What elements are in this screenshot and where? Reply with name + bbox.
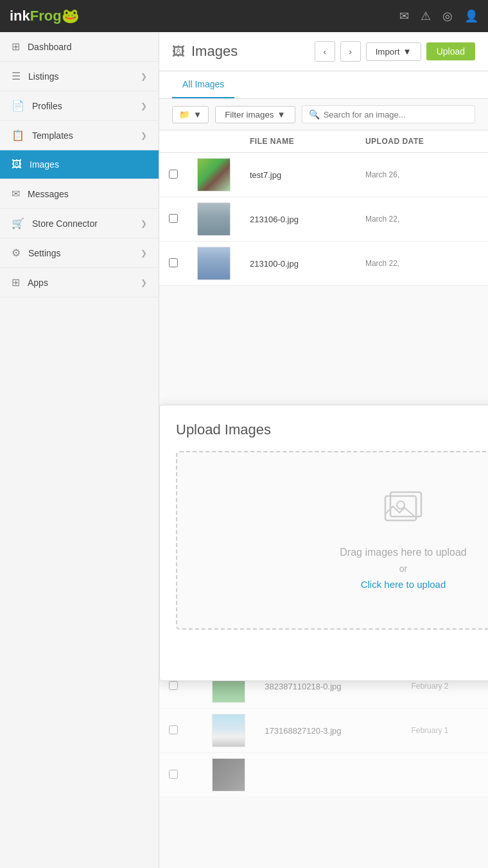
filename-cell: test7.jpg [240,153,356,197]
folder-icon: 📁 [179,110,190,120]
import-dropdown-icon: ▼ [403,47,411,57]
chevron-icon: ❯ [141,72,147,81]
search-icon: 🔍 [309,109,320,120]
folder-button[interactable]: 📁 ▼ [172,106,209,123]
chevron-icon: ❯ [141,131,147,140]
sidebar-item-listings[interactable]: ☰ Listings ❯ [0,62,159,91]
filter-dropdown-icon: ▼ [277,110,286,120]
filename-cell: 213100-0.jpg [240,242,356,286]
import-button[interactable]: Import ▼ [366,42,421,61]
row-checkbox[interactable] [169,725,178,734]
mail-icon[interactable]: ✉ [399,9,409,23]
page-title-area: 🖼 Images [172,43,238,60]
drag-text: Drag images here to upload [190,547,488,558]
filter-label: Filter images [225,110,274,120]
upload-button[interactable]: Upload [426,42,475,60]
date-cell: March 22, [356,197,488,242]
svg-point-2 [397,501,405,509]
help-icon[interactable]: ◎ [442,9,453,23]
upload-image-icon [190,491,488,534]
import-label: Import [376,47,400,57]
row-checkbox[interactable] [169,258,178,267]
sidebar-item-images[interactable]: 🖼 Images [0,150,159,179]
table-row: 213106-0.jpg March 22, [159,197,488,242]
thumbnail [197,202,231,236]
header-nav: ‹ › Import ▼ Upload [315,41,475,62]
document-icon: 📄 [12,100,24,112]
or-text: or [190,563,488,574]
sidebar-item-apps[interactable]: ⊞ Apps ❯ [0,268,159,297]
search-box[interactable]: 🔍 [302,105,475,123]
thumbnail [197,158,231,191]
logo-accent: Frog [30,8,62,24]
sidebar-label-store-connector: Store Connector [32,218,98,229]
filter-button[interactable]: Filter images ▼ [215,106,295,123]
sidebar-item-settings[interactable]: ⚙ Settings ❯ [0,238,159,268]
chevron-icon: ❯ [141,219,147,228]
row-checkbox[interactable] [169,770,178,779]
sidebar-item-templates[interactable]: 📋 Templates ❯ [0,121,159,150]
logo[interactable]: inkFrog🐸 [10,8,79,24]
next-button[interactable]: › [340,41,361,62]
sidebar-label-messages: Messages [28,189,69,199]
apps-icon: ⊞ [12,276,20,288]
list-icon: ☰ [12,70,21,82]
images-table: FILE NAME UPLOAD DATE test7.jpg March 26… [159,130,488,286]
sidebar-item-dashboard[interactable]: ⊞ Dashboard [0,32,159,62]
warning-icon[interactable]: ⚠ [421,9,431,23]
sidebar-label-images: Images [30,159,59,170]
sidebar-label-listings: Listings [28,71,58,82]
topnav-icons: ✉ ⚠ ◎ 👤 [399,9,478,23]
images-page-icon: 🖼 [172,44,185,59]
sidebar-item-messages[interactable]: ✉ Messages [0,179,159,209]
sidebar-label-templates: Templates [32,130,73,141]
row-checkbox[interactable] [169,214,178,223]
sidebar-label-apps: Apps [28,278,48,288]
col-upload-date: UPLOAD DATE [356,130,488,153]
date-cell: March 26, [356,153,488,197]
tab-all-images[interactable]: All Images [172,71,234,98]
folder-dropdown-icon: ▼ [193,110,202,120]
sidebar-label-profiles: Profiles [32,101,62,111]
upload-dropzone[interactable]: Drag images here to upload or Click here… [176,451,488,630]
user-icon[interactable]: 👤 [464,9,478,23]
thumbnail [212,758,245,792]
filename-cell: 173168827120-3.jpg [255,709,401,753]
chevron-icon: ❯ [141,278,147,287]
sidebar-label-dashboard: Dashboard [28,42,72,52]
cart-icon: 🛒 [12,217,24,229]
page-header: 🖼 Images ‹ › Import ▼ Upload [159,32,488,71]
row-checkbox[interactable] [169,681,178,690]
col-checkbox [159,130,187,153]
click-to-upload-link[interactable]: Click here to upload [361,579,446,590]
toolbar: 📁 ▼ Filter images ▼ 🔍 [159,99,488,130]
sidebar: ⊞ Dashboard ☰ Listings ❯ 📄 Profiles ❯ 📋 … [0,32,159,868]
table-row: 173168827120-3.jpg February 1 [159,709,488,753]
tabs-bar: All Images [159,71,488,99]
grid-icon: ⊞ [12,40,20,53]
modal-title: Upload Images [176,421,488,438]
table-body: test7.jpg March 26, 213106-0.jpg March 2… [159,153,488,286]
chevron-icon: ❯ [141,102,147,111]
sidebar-item-store-connector[interactable]: 🛒 Store Connector ❯ [0,209,159,238]
col-thumb [187,130,240,153]
filename-cell: 213106-0.jpg [240,197,356,242]
chevron-icon: ❯ [141,249,147,258]
sidebar-label-settings: Settings [28,248,61,258]
thumbnail [197,247,231,280]
search-input[interactable] [324,110,468,120]
gear-icon: ⚙ [12,247,21,259]
table-header: FILE NAME UPLOAD DATE [159,130,488,153]
thumbnail [212,714,245,747]
table-row: test7.jpg March 26, [159,153,488,197]
sidebar-item-profiles[interactable]: 📄 Profiles ❯ [0,91,159,121]
image-icon: 🖼 [12,159,22,170]
col-filename: FILE NAME [240,130,356,153]
filename-cell [255,753,401,797]
prev-button[interactable]: ‹ [315,41,335,62]
file-icon: 📋 [12,129,24,141]
topnav: inkFrog🐸 ✉ ⚠ ◎ 👤 [0,0,488,32]
row-checkbox[interactable] [169,170,178,179]
date-cell: February 1 [401,709,488,753]
layout: ⊞ Dashboard ☰ Listings ❯ 📄 Profiles ❯ 📋 … [0,32,488,868]
